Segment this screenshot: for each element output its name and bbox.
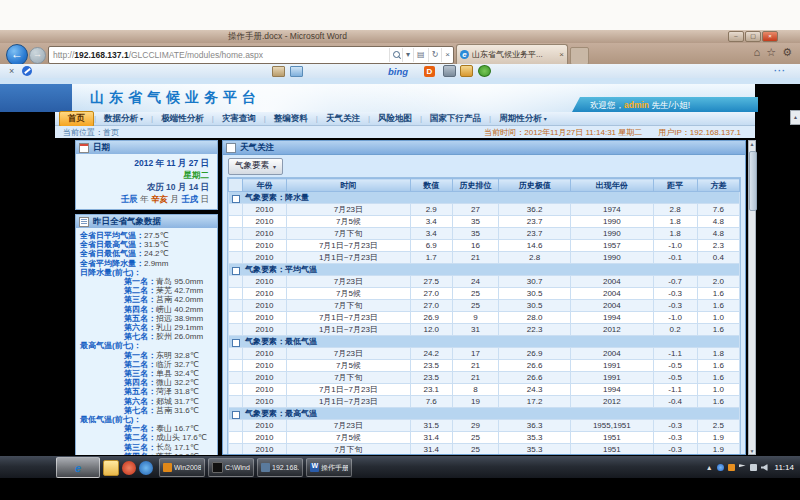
- reader-card-icon[interactable]: [272, 66, 285, 77]
- table-group-row[interactable]: 气象要素：最高气温: [229, 408, 740, 420]
- stat-row: 全省日最低气温：24.2℃: [80, 249, 215, 258]
- tmin-rank-row-label: 第一名：: [124, 424, 156, 433]
- table-row[interactable]: 20107月23日24.21726.92004-1.11.8: [229, 348, 740, 360]
- media-app-icon[interactable]: [122, 461, 136, 475]
- overflow-menu-icon[interactable]: ···: [774, 66, 786, 76]
- tmax-rank-row: 第六名：郯城 31.7℃: [80, 397, 215, 406]
- row-expand-cell: [229, 348, 243, 360]
- scroll-up-icon[interactable]: ▲: [749, 141, 755, 147]
- taskbar-clock[interactable]: 11:14: [775, 463, 794, 472]
- maximize-button[interactable]: ▢: [745, 31, 761, 42]
- player-app-icon[interactable]: [139, 461, 153, 475]
- nav-item-8[interactable]: 周期性分析▾: [491, 112, 555, 126]
- bing-logo[interactable]: bing: [388, 66, 408, 77]
- taskbar-button-vm[interactable]: Win2008 (VS2...: [159, 458, 205, 477]
- table-row[interactable]: 20107月5候3.43523.719901.84.8: [229, 216, 740, 228]
- flag-icon[interactable]: [739, 464, 746, 471]
- table-cell: 2012: [571, 396, 653, 408]
- url-text[interactable]: http://192.168.137.1/GLCCLIMATE/modules/…: [49, 50, 389, 60]
- table-group-row[interactable]: 气象要素：降水量: [229, 192, 740, 204]
- table-row[interactable]: 20107月23日27.52430.72004-0.72.0: [229, 276, 740, 288]
- nav-item-6[interactable]: 风险地图: [370, 112, 420, 126]
- table-group-row[interactable]: 气象要素：最低气温: [229, 336, 740, 348]
- expand-checkbox[interactable]: [232, 411, 240, 419]
- table-row[interactable]: 20107月下旬27.02530.52004-0.31.6: [229, 300, 740, 312]
- row-expand-cell: [229, 276, 243, 288]
- taskbar-active-ie-button[interactable]: e: [56, 457, 100, 478]
- mail-icon[interactable]: [290, 66, 303, 77]
- network-icon[interactable]: [750, 464, 757, 471]
- expand-checkbox[interactable]: [232, 195, 240, 203]
- tools-icon[interactable]: [460, 65, 473, 77]
- table-group-row[interactable]: 气象要素：平均气温: [229, 264, 740, 276]
- plugin-clover-icon[interactable]: [478, 65, 491, 77]
- tmin-rank-row: 第一名：泰山 16.7℃: [80, 424, 215, 433]
- refresh-icon[interactable]: ↻: [428, 48, 442, 62]
- table-row[interactable]: 20107月1日~7月23日23.1824.31994-1.11.0: [229, 384, 740, 396]
- rain-rank-row: 第二名：莱芜 42.7mm: [80, 286, 215, 295]
- hidden-icons-arrow[interactable]: ▲: [706, 464, 713, 471]
- browser-tab[interactable]: e 山东省气候业务平... ×: [456, 44, 568, 64]
- nav-item-2[interactable]: 极端性分析: [153, 112, 212, 126]
- table-row[interactable]: 20107月23日31.52936.31955,1951-0.32.5: [229, 420, 740, 432]
- scroll-down-icon[interactable]: ▼: [749, 448, 755, 454]
- compatibility-view-icon[interactable]: ▤: [413, 48, 428, 62]
- rain-rank-row-label: 第六名：: [124, 323, 156, 332]
- table-row[interactable]: 20101月1日~7月23日7.61917.22012-0.41.6: [229, 396, 740, 408]
- stop-icon[interactable]: ×: [441, 48, 453, 62]
- home-icon[interactable]: ⌂: [754, 46, 761, 59]
- new-tab-button[interactable]: [570, 47, 589, 65]
- element-selector-button[interactable]: 气象要素 ▾: [228, 158, 283, 175]
- nav-item-1[interactable]: 数据分析▾: [96, 112, 151, 126]
- address-bar[interactable]: http://192.168.137.1/GLCCLIMATE/modules/…: [48, 46, 454, 64]
- scrollbar-thumb[interactable]: [749, 151, 757, 211]
- back-button[interactable]: ←: [6, 44, 28, 66]
- close-button[interactable]: ×: [762, 31, 778, 42]
- table-row[interactable]: 20107月5候27.02530.52004-0.31.6: [229, 288, 740, 300]
- volume-icon[interactable]: [761, 464, 768, 471]
- taskbar-button-remote[interactable]: 192.168.14.99...: [257, 458, 303, 477]
- expand-checkbox[interactable]: [232, 267, 240, 275]
- nav-item-3[interactable]: 灾害查询: [214, 112, 264, 126]
- taskbar-button-label: 操作手册.docx ...: [321, 463, 348, 473]
- table-row[interactable]: 20107月下旬3.43523.719901.84.8: [229, 228, 740, 240]
- download-badge-icon[interactable]: D: [424, 66, 435, 77]
- nav-item-7[interactable]: 国家下行产品: [422, 112, 489, 126]
- settings-gear-icon[interactable]: ⚙: [782, 46, 792, 59]
- table-cell: 2004: [571, 300, 653, 312]
- table-row[interactable]: 20101月1日~7月23日1.7212.81990-0.10.4: [229, 252, 740, 264]
- page-scrollbar[interactable]: ▲ ▼: [748, 140, 756, 455]
- favorites-star-icon[interactable]: ☆: [766, 46, 776, 59]
- explorer-folder-icon[interactable]: [103, 460, 119, 476]
- table-row[interactable]: 20107月下旬23.52126.61991-0.51.6: [229, 372, 740, 384]
- yesterday-body: 全省日平均气温：27.5℃全省日最高气温：31.5℃全省日最低气温：24.2℃全…: [76, 228, 217, 455]
- nav-item-5[interactable]: 天气关注: [318, 112, 368, 126]
- minimize-button[interactable]: –: [728, 31, 744, 42]
- forward-button[interactable]: →: [29, 47, 46, 64]
- blocked-content-icon[interactable]: [22, 66, 32, 76]
- taskbar-button-label: 192.168.14.99...: [272, 464, 299, 471]
- tmax-rank-row-label: 第一名：: [124, 351, 156, 360]
- table-row[interactable]: 20107月1日~7月23日6.91614.61957-1.02.3: [229, 240, 740, 252]
- table-row[interactable]: 20107月5候23.52126.61991-0.51.6: [229, 360, 740, 372]
- table-row[interactable]: 20107月5候31.42535.31951-0.31.9: [229, 432, 740, 444]
- tab-close-icon[interactable]: ×: [557, 50, 564, 59]
- table-cell: 1.6: [697, 360, 739, 372]
- table-row[interactable]: 20107月1日~7月23日26.9928.01994-1.01.0: [229, 312, 740, 324]
- table-row[interactable]: 20107月下旬31.42535.31951-0.31.9: [229, 444, 740, 456]
- search-dropdown-icon[interactable]: ▾: [402, 48, 413, 62]
- nav-item-0[interactable]: 首页: [59, 111, 94, 127]
- messenger-globe-icon[interactable]: [717, 464, 724, 471]
- action-center-icon[interactable]: [728, 464, 735, 471]
- close-toolbar-icon[interactable]: ×: [9, 66, 14, 76]
- expand-checkbox[interactable]: [232, 339, 240, 347]
- search-icon[interactable]: [389, 48, 402, 62]
- taskbar-button-cmd[interactable]: C:\Windows\s...: [208, 458, 254, 477]
- table-row[interactable]: 20101月1日~7月23日12.03122.320120.21.6: [229, 324, 740, 336]
- browser-scroll-up-icon[interactable]: ▲: [790, 110, 800, 125]
- table-cell: 17.2: [499, 396, 571, 408]
- snapshot-icon[interactable]: [443, 65, 456, 77]
- nav-item-4[interactable]: 整编资料: [266, 112, 316, 126]
- table-row[interactable]: 20107月23日2.92736.219742.87.6: [229, 204, 740, 216]
- taskbar-button-word[interactable]: 操作手册.docx ...: [306, 458, 352, 477]
